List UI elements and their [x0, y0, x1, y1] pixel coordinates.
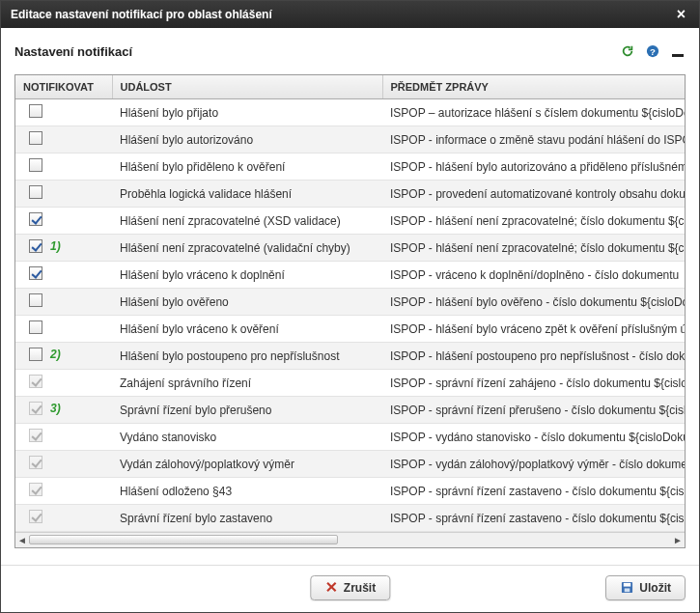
- subject-cell: ISPOP - vydán zálohový/poplatkový výměr …: [382, 451, 686, 478]
- row-annotation: 2): [50, 348, 61, 361]
- subject-cell: ISPOP - vráceno k doplnění/doplněno - čí…: [382, 262, 686, 289]
- subject-cell: ISPOP - hlášení bylo ověřeno - číslo dok…: [382, 289, 686, 316]
- notify-checkbox: [29, 510, 42, 523]
- subject-cell: ISPOP - provedení automatizované kontrol…: [382, 181, 686, 208]
- event-cell: Hlášení není zpracovatelné (XSD validace…: [112, 208, 382, 235]
- notify-cell: 3): [15, 397, 112, 424]
- subject-cell: ISPOP – autorizace hlášení s číslem doku…: [382, 99, 686, 126]
- notify-checkbox[interactable]: [29, 104, 42, 118]
- row-annotation: 1): [50, 239, 61, 253]
- content-area: Nastavení notifikací ?: [1, 28, 699, 565]
- table-row: 2)Hlášení bylo postoupeno pro nepříslušn…: [15, 343, 686, 370]
- table-row: 3)Správní řízení bylo přerušenoISPOP - s…: [15, 397, 686, 424]
- col-header-subject[interactable]: PŘEDMĚT ZPRÁVY: [382, 75, 686, 99]
- scroll-left-icon[interactable]: ◄: [16, 534, 28, 545]
- window-title: Editace nastavení notifikací pro oblast …: [11, 1, 272, 28]
- notify-checkbox[interactable]: [29, 320, 42, 334]
- table-row: Hlášení není zpracovatelné (XSD validace…: [15, 208, 686, 235]
- table-row: Zahájení správního řízeníISPOP - správní…: [15, 370, 686, 397]
- notify-checkbox[interactable]: [29, 266, 42, 280]
- notify-cell: [15, 262, 112, 289]
- table-row: Hlášení bylo autorizovánoISPOP - informa…: [15, 126, 686, 153]
- event-cell: Správní řízení bylo zastaveno: [112, 505, 382, 532]
- event-cell: Hlášení bylo autorizováno: [112, 126, 382, 153]
- event-cell: Hlášení bylo vráceno k doplnění: [112, 262, 382, 289]
- save-icon: [620, 581, 633, 595]
- scroll-handle[interactable]: [29, 535, 338, 544]
- notify-cell: [15, 181, 112, 208]
- svg-text:?: ?: [650, 46, 656, 57]
- table-row: Správní řízení bylo zastavenoISPOP - spr…: [15, 505, 686, 532]
- dialog-footer: Zrušit Uložit: [1, 565, 699, 612]
- cancel-button[interactable]: Zrušit: [310, 575, 390, 600]
- notify-checkbox[interactable]: [29, 158, 42, 172]
- table-row: Proběhla logická validace hlášeníISPOP -…: [15, 181, 686, 208]
- notify-checkbox[interactable]: [29, 185, 42, 199]
- notify-checkbox[interactable]: [29, 212, 42, 226]
- notify-cell: [15, 126, 112, 153]
- table-row: Hlášení bylo ověřenoISPOP - hlášení bylo…: [15, 289, 686, 316]
- notify-cell: [15, 370, 112, 397]
- subject-cell: ISPOP - informace o změně stavu podání h…: [382, 126, 686, 153]
- notify-cell: [15, 99, 112, 126]
- save-button[interactable]: Uložit: [605, 575, 686, 600]
- notify-cell: 1): [15, 235, 112, 262]
- notify-cell: [15, 208, 112, 235]
- col-header-notify[interactable]: NOTIFIKOVAT: [15, 75, 112, 99]
- subject-cell: ISPOP - hlášení postoupeno pro nepřísluš…: [382, 343, 686, 370]
- subject-cell: ISPOP - správní řízení zastaveno - číslo…: [382, 505, 686, 532]
- subject-cell: ISPOP - správní řízení zahájeno - číslo …: [382, 370, 686, 397]
- event-cell: Hlášení není zpracovatelné (validační ch…: [112, 235, 382, 262]
- notify-cell: [15, 505, 112, 532]
- notify-cell: [15, 316, 112, 343]
- horizontal-scrollbar[interactable]: ◄ ►: [15, 532, 685, 547]
- subject-cell: ISPOP - správní řízení přerušeno - číslo…: [382, 397, 686, 424]
- svg-rect-10: [624, 583, 630, 587]
- table-row: Hlášení odloženo §43ISPOP - správní říze…: [15, 478, 686, 505]
- refresh-icon[interactable]: [620, 43, 635, 59]
- notify-checkbox: [29, 375, 42, 388]
- event-cell: Vydán zálohový/poplatkový výměr: [112, 451, 382, 478]
- header-toolbar: ?: [620, 43, 686, 59]
- notify-cell: [15, 478, 112, 505]
- notify-cell: [15, 451, 112, 478]
- event-cell: Hlášení bylo postoupeno pro nepříslušnos…: [112, 343, 382, 370]
- event-cell: Hlášení bylo vráceno k ověření: [112, 316, 382, 343]
- notify-checkbox[interactable]: [29, 131, 42, 145]
- notify-checkbox: [29, 402, 42, 415]
- table-row: Hlášení bylo přiděleno k ověřeníISPOP - …: [15, 153, 686, 181]
- event-cell: Proběhla logická validace hlášení: [112, 181, 382, 208]
- event-cell: Zahájení správního řízení: [112, 370, 382, 397]
- notify-cell: [15, 424, 112, 451]
- section-title: Nastavení notifikací: [14, 44, 132, 59]
- event-cell: Hlášení bylo ověřeno: [112, 289, 382, 316]
- notify-checkbox: [29, 429, 42, 442]
- table-row: Vydán zálohový/poplatkový výměrISPOP - v…: [15, 451, 686, 478]
- event-cell: Hlášení bylo přiděleno k ověření: [112, 153, 382, 181]
- subject-cell: ISPOP - hlášení bylo vráceno zpět k ověř…: [382, 316, 686, 343]
- event-cell: Hlášení bylo přijato: [112, 99, 382, 126]
- table-row: Hlášení bylo vráceno k doplněníISPOP - v…: [15, 262, 686, 289]
- subject-cell: ISPOP - správní řízení zastaveno - číslo…: [382, 478, 686, 505]
- notify-cell: [15, 289, 112, 316]
- table-row: Vydáno stanoviskoISPOP - vydáno stanovis…: [15, 424, 686, 451]
- notify-checkbox: [29, 483, 42, 496]
- notify-checkbox[interactable]: [29, 348, 42, 361]
- table-row: Hlášení bylo vráceno k ověřeníISPOP - hl…: [15, 316, 686, 343]
- close-icon[interactable]: ×: [673, 7, 689, 22]
- notify-checkbox[interactable]: [29, 239, 42, 253]
- minimize-icon[interactable]: [670, 43, 686, 59]
- titlebar: Editace nastavení notifikací pro oblast …: [1, 1, 699, 28]
- scroll-right-icon[interactable]: ►: [672, 534, 684, 545]
- col-header-event[interactable]: UDÁLOST: [112, 75, 382, 99]
- subject-cell: ISPOP - hlášení není zpracovatelné; čísl…: [382, 235, 686, 262]
- table-row: 1)Hlášení není zpracovatelné (validační …: [15, 235, 686, 262]
- notify-checkbox[interactable]: [29, 293, 42, 307]
- table-container: NOTIFIKOVAT UDÁLOST PŘEDMĚT ZPRÁVY Hláše…: [14, 74, 686, 548]
- subject-cell: ISPOP - hlášení není zpracovatelné; čísl…: [382, 208, 686, 235]
- cancel-icon: [324, 581, 338, 595]
- event-cell: Vydáno stanovisko: [112, 424, 382, 451]
- help-icon[interactable]: ?: [645, 43, 660, 59]
- svg-rect-11: [625, 588, 630, 592]
- subject-cell: ISPOP - vydáno stanovisko - číslo dokume…: [382, 424, 686, 451]
